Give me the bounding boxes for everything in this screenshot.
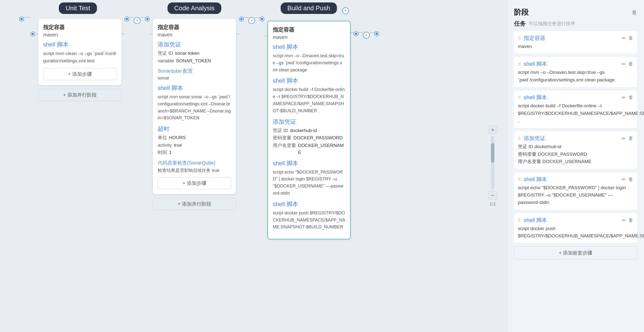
panel-item-1: ⠿ shell 脚本 ✏ 🗑 script mvn –o –Dmaven.tes… — [514, 57, 637, 87]
panel-item-0-edit[interactable]: ✏ — [622, 35, 626, 41]
stage3-top-plus[interactable]: + — [342, 7, 349, 14]
stage2-quality-title: 代码质量检查(SonarQube) — [158, 160, 231, 166]
panel-item-4-title: shell 脚本 — [524, 176, 547, 183]
stage3-shell2-title: shell 脚本 — [273, 77, 345, 85]
panel-item-5: ⠿ shell 脚本 ✏ 🗑 script docker push $REGIS… — [514, 213, 637, 243]
connector1-dot1 — [125, 17, 129, 21]
scrollbar-thumb[interactable] — [491, 143, 494, 163]
panel-item-2-delete[interactable]: 🗑 — [628, 95, 633, 101]
panel-item-5-title: shell 脚本 — [524, 217, 547, 224]
stage2-cred-val1: sonar-token — [175, 50, 199, 57]
stage1-add-step[interactable]: + 添加步骤 — [43, 68, 116, 80]
stage2-sonar-val: sonar — [158, 75, 231, 81]
panel-item-3-content: 凭证 ID dockerhub-id 密码变量 DOCKER_PASSWORD … — [518, 143, 633, 165]
stage2-timeout-v3: 1 — [169, 149, 172, 156]
stage2-cred-key1: 凭证 ID — [158, 50, 173, 57]
stage-code-analysis: Code Analysis 指定容器 maven 添加凭证 凭证 IDsonar… — [149, 2, 240, 210]
stage2-sonar-title: Sonarqube 配置 — [158, 68, 231, 74]
panel-item-2-edit[interactable]: ✏ — [622, 95, 626, 101]
stage2-timeout-title: 超时 — [158, 125, 231, 133]
add-nested-step-btn[interactable]: + 添加嵌套步骤 — [514, 246, 637, 259]
panel-item-4-edit[interactable]: ✏ — [622, 176, 626, 182]
connector1-dot2 — [146, 17, 149, 21]
drag-handle-4[interactable]: ⠿ — [518, 177, 521, 182]
connector2-plus[interactable]: + — [248, 17, 255, 24]
zoom-controls: + − 1:1 — [488, 126, 497, 207]
stage3-cred-k1: 凭证 ID — [273, 127, 288, 134]
panel-item-5-header: ⠿ shell 脚本 ✏ 🗑 — [518, 217, 633, 224]
stage1-container-title: 指定容器 — [43, 24, 116, 31]
tasks-hint: 可以拖拽任务进行排序 — [529, 20, 575, 27]
stage2-container-title: 指定容器 — [158, 24, 231, 31]
stage3-shell1-title: shell 脚本 — [273, 43, 345, 51]
connector1-line2 — [140, 17, 146, 18]
panel-item-3-edit[interactable]: ✏ — [622, 136, 626, 141]
connector2-line2 — [255, 17, 260, 18]
stage2-timeout-v1: HOURS — [169, 134, 186, 141]
zoom-minus-btn[interactable]: − — [488, 191, 497, 200]
after3-line3 — [370, 32, 375, 33]
stage3-cred-k3: 用户名变量 — [273, 142, 296, 156]
stage3-cred-v3: DOCKER_USERNAME — [298, 142, 345, 156]
after3-dot2 — [375, 32, 378, 36]
drag-handle-2[interactable]: ⠿ — [518, 95, 521, 100]
connector2-line1 — [244, 17, 248, 18]
panel-item-1-header: ⠿ shell 脚本 ✏ 🗑 — [518, 60, 633, 68]
drag-handle-3[interactable]: ⠿ — [518, 136, 521, 141]
stage1-right-line — [122, 34, 125, 34]
after3-line1 — [351, 32, 354, 33]
stage-label-build-push: Build and Push — [280, 2, 337, 14]
stage2-cred-title: 添加凭证 — [158, 41, 231, 48]
stage3-container-val: maven — [273, 34, 345, 40]
stage-card-build-push: 指定容器 maven shell 脚本 script mvn –o –Dmave… — [268, 21, 351, 239]
panel-item-4-content: script echo "$DOCKER_PASSWORD" | docker … — [518, 184, 633, 206]
panel-item-0-delete[interactable]: 🗑 — [628, 35, 633, 41]
stage1-left-dot — [31, 32, 35, 36]
stage-label-unit-test: Unit Test — [59, 2, 97, 14]
stage2-left-line — [149, 34, 153, 34]
stage2-timeout-v2: true — [174, 142, 182, 149]
stage3-container-title: 指定容器 — [273, 26, 345, 33]
panel-item-1-edit[interactable]: ✏ — [622, 61, 626, 67]
panel-item-3-title: 添加凭证 — [524, 135, 545, 142]
connector2-dot1 — [240, 17, 244, 21]
drag-handle-0[interactable]: ⠿ — [518, 36, 521, 41]
connector2-dot2 — [260, 17, 264, 21]
drag-handle-5[interactable]: ⠿ — [518, 218, 521, 222]
stage1-shell-title: shell 脚本 — [43, 41, 116, 48]
panel-item-2-title: shell 脚本 — [524, 94, 547, 101]
panel-item-3-delete[interactable]: 🗑 — [628, 136, 633, 141]
stage1-left-line — [35, 34, 38, 34]
panel-title: 阶段 — [514, 7, 529, 17]
panel-item-5-edit[interactable]: ✏ — [622, 217, 626, 223]
panel-item-2-header: ⠿ shell 脚本 ✏ 🗑 — [518, 94, 633, 101]
stage-build-push: Build and Push + 指定容器 maven shell 脚本 scr… — [264, 2, 351, 239]
panel-item-1-delete[interactable]: 🗑 — [628, 61, 633, 67]
connector1-plus[interactable]: + — [134, 17, 140, 24]
stage3-cred-v1: dockerhub-id — [290, 127, 317, 134]
stage3-shell2-script: script docker build –f Dockerfile-online… — [273, 86, 345, 114]
tasks-section-header: 任务 可以拖拽任务进行排序 — [514, 20, 637, 28]
panel-item-4-delete[interactable]: 🗑 — [628, 176, 633, 182]
stage1-add-parallel[interactable]: + 添加并行阶段 — [38, 89, 122, 101]
stage2-add-parallel[interactable]: + 添加并行阶段 — [153, 198, 236, 210]
connector1-line1 — [129, 17, 134, 18]
scrollbar[interactable] — [491, 136, 494, 190]
panel-item-5-delete[interactable]: 🗑 — [628, 217, 633, 223]
panel-item-1-content: script mvn –o –Dmaven.test.skip=true –gs… — [518, 69, 633, 84]
after3-plus[interactable]: + — [363, 32, 370, 39]
connector-2-3: + — [240, 17, 264, 24]
panel-item-5-content: script docker push $REGISTRY/$DOCKERHUB_… — [518, 225, 633, 240]
panel-item-0-header: ⠿ 指定容器 ✏ 🗑 — [518, 34, 633, 42]
stage3-shell3-script: script echo "$DOCKER_PASSWORD" | docker … — [273, 169, 345, 197]
stage-label-code-analysis: Code Analysis — [168, 2, 222, 14]
stage1-shell-script: script mvn clean –o –gs `pwd`/configurat… — [43, 50, 116, 65]
drag-handle-1[interactable]: ⠿ — [518, 62, 521, 66]
panel-delete-icon[interactable]: 🗑 — [632, 9, 637, 16]
zoom-plus-btn[interactable]: + — [488, 126, 497, 135]
panel-item-1-actions: ✏ 🗑 — [622, 61, 633, 67]
stage2-add-step[interactable]: + 添加步骤 — [158, 177, 231, 189]
stage2-shell-script: script mvn sonar:sonar –o –gs `pwd`/conf… — [158, 93, 231, 122]
stage2-quality-content: 检查结果是否影响后续任务 true — [158, 167, 220, 174]
stage-card-unit-test: 指定容器 maven shell 脚本 script mvn clean –o … — [38, 19, 122, 85]
